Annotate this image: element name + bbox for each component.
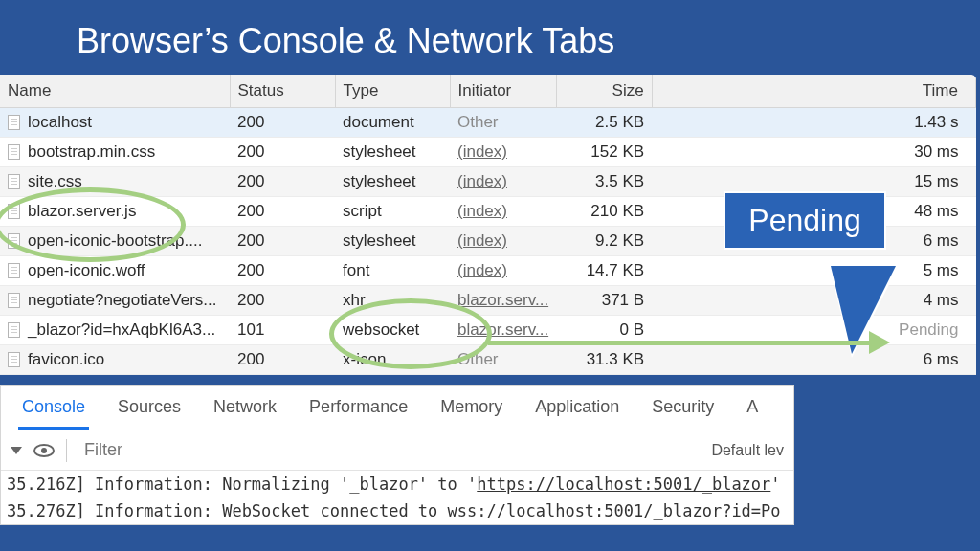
tab-sources[interactable]: Sources bbox=[114, 391, 185, 430]
file-icon bbox=[8, 352, 20, 367]
file-icon bbox=[8, 115, 20, 130]
table-row[interactable]: localhost200documentOther2.5 KB1.43 s bbox=[0, 108, 976, 138]
initiator-link[interactable]: (index) bbox=[457, 172, 507, 190]
tab-application[interactable]: Application bbox=[531, 391, 623, 430]
initiator-link[interactable]: blazor.serv... bbox=[457, 291, 548, 309]
filter-input[interactable] bbox=[78, 436, 700, 464]
col-time[interactable]: Time bbox=[652, 75, 975, 108]
tab-console[interactable]: Console bbox=[18, 391, 89, 430]
file-icon bbox=[8, 263, 20, 278]
table-row[interactable]: bootstrap.min.css200stylesheet(index)152… bbox=[0, 138, 976, 167]
tab-security[interactable]: Security bbox=[648, 391, 718, 430]
file-icon bbox=[8, 322, 20, 338]
col-size[interactable]: Size bbox=[556, 75, 652, 108]
file-icon bbox=[8, 174, 20, 189]
log-link[interactable]: https://localhost:5001/_blazor bbox=[477, 474, 770, 494]
log-link[interactable]: wss://localhost:5001/_blazor?id=Po bbox=[448, 501, 781, 520]
devtools-tabs: ConsoleSourcesNetworkPerformanceMemoryAp… bbox=[1, 386, 793, 430]
col-name[interactable]: Name bbox=[0, 75, 230, 108]
dropdown-icon[interactable] bbox=[11, 447, 22, 454]
initiator-link[interactable]: blazor.serv... bbox=[457, 320, 548, 339]
tab-a[interactable]: A bbox=[743, 391, 762, 430]
initiator-link[interactable]: (index) bbox=[457, 143, 507, 161]
file-icon bbox=[8, 293, 20, 308]
console-panel: ConsoleSourcesNetworkPerformanceMemoryAp… bbox=[0, 385, 794, 525]
slide-title: Browser’s Console & Network Tabs bbox=[0, 0, 980, 75]
console-filter-row: Default lev bbox=[1, 430, 793, 471]
log-levels[interactable]: Default lev bbox=[711, 442, 784, 459]
callout-label: Pending bbox=[724, 191, 886, 250]
col-initiator[interactable]: Initiator bbox=[450, 75, 556, 108]
pending-callout: Pending bbox=[724, 191, 886, 250]
tab-memory[interactable]: Memory bbox=[436, 391, 506, 430]
console-log-line: 35.276Z] Information: WebSocket connecte… bbox=[1, 497, 793, 524]
file-icon bbox=[8, 144, 20, 160]
initiator-link[interactable]: (index) bbox=[457, 231, 507, 250]
file-icon bbox=[8, 233, 20, 249]
col-status[interactable]: Status bbox=[230, 75, 335, 108]
initiator-link[interactable]: (index) bbox=[457, 202, 507, 220]
initiator-other: Other bbox=[457, 350, 499, 368]
console-log-line: 35.216Z] Information: Normalizing '_blaz… bbox=[1, 471, 793, 497]
tab-performance[interactable]: Performance bbox=[305, 391, 412, 430]
eye-icon[interactable] bbox=[33, 444, 55, 457]
tab-network[interactable]: Network bbox=[210, 391, 280, 430]
col-type[interactable]: Type bbox=[335, 75, 450, 108]
initiator-link[interactable]: (index) bbox=[457, 261, 507, 279]
initiator-other: Other bbox=[457, 113, 499, 131]
file-icon bbox=[8, 204, 20, 219]
